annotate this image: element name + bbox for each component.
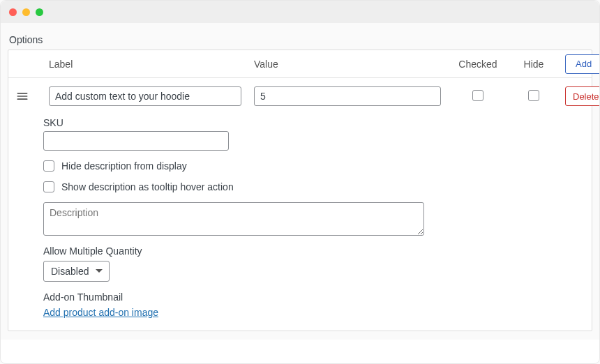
options-header: Label Value Checked Hide Add (8, 50, 592, 78)
sku-label: SKU (43, 117, 490, 128)
header-checked: Checked (453, 59, 502, 70)
checked-checkbox[interactable] (472, 90, 483, 101)
label-input[interactable] (49, 86, 241, 106)
options-panel: Label Value Checked Hide Add (8, 50, 592, 331)
tooltip-description-checkbox[interactable] (43, 181, 54, 192)
delete-button[interactable]: Delete (565, 86, 600, 106)
sku-input[interactable] (43, 131, 229, 151)
header-hide: Hide (515, 59, 553, 70)
add-thumbnail-link[interactable]: Add product add-on image (43, 307, 158, 318)
hide-description-checkbox[interactable] (43, 160, 54, 172)
option-row: Delete (8, 78, 592, 114)
allow-multiple-quantity-block: Allow Multiple Quantity Disabled (43, 245, 490, 282)
thumbnail-block: Add-on Thumbnail Add product add-on imag… (43, 291, 490, 318)
add-button[interactable]: Add (565, 54, 600, 74)
section-title: Options (9, 34, 592, 45)
tooltip-description-option[interactable]: Show description as tooltip hover action (43, 181, 490, 192)
hide-description-option[interactable]: Hide description from display (43, 160, 490, 172)
hide-description-label: Hide description from display (61, 160, 187, 172)
hide-checkbox[interactable] (528, 90, 539, 101)
value-input[interactable] (254, 86, 441, 106)
drag-handle-icon[interactable] (8, 89, 36, 103)
window: Options Label Value Checked Hide Add (0, 0, 600, 364)
header-value: Value (254, 59, 441, 70)
description-textarea[interactable] (43, 202, 424, 236)
option-details: SKU Hide description from display Show d… (8, 114, 497, 331)
tooltip-description-label: Show description as tooltip hover action (61, 181, 234, 192)
close-icon[interactable] (9, 8, 17, 16)
minimize-icon[interactable] (22, 8, 30, 16)
maximize-icon[interactable] (36, 8, 43, 16)
content: Options Label Value Checked Hide Add (1, 23, 599, 340)
allow-multiple-quantity-label: Allow Multiple Quantity (43, 245, 490, 257)
header-label: Label (49, 59, 241, 70)
thumbnail-label: Add-on Thumbnail (43, 291, 490, 303)
allow-multiple-quantity-select[interactable]: Disabled (43, 261, 110, 282)
sku-block: SKU (43, 117, 490, 151)
titlebar (1, 1, 599, 23)
